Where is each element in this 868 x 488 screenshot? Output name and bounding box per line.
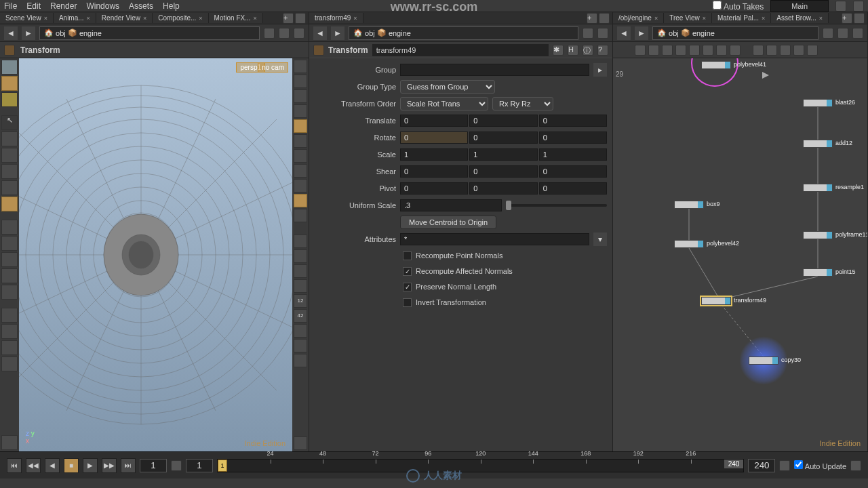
attributes-field[interactable] <box>400 233 589 245</box>
tool-brush3[interactable] <box>1 340 18 355</box>
mid-path[interactable]: 🏠 obj 📦 engine <box>349 26 578 40</box>
play-last[interactable]: ⏭ <box>121 458 136 473</box>
check-recompute-pt[interactable]: Recompute Point Normals <box>315 249 607 262</box>
display-opts-icon[interactable] <box>294 28 304 39</box>
frame-icon[interactable] <box>171 460 182 471</box>
node-copy30[interactable] <box>749 357 778 365</box>
tb7[interactable] <box>716 45 727 56</box>
tool-xform[interactable] <box>1 197 18 211</box>
shz[interactable] <box>539 165 607 178</box>
right-pin[interactable] <box>823 28 833 39</box>
node-point15[interactable] <box>803 268 833 277</box>
node-resample1[interactable] <box>803 184 833 192</box>
tool-magnet[interactable] <box>1 285 18 300</box>
tool-box[interactable] <box>1 76 18 91</box>
node-name-field[interactable] <box>372 44 549 56</box>
right-tab-plus[interactable]: + <box>842 13 852 24</box>
play-first[interactable]: ⏮ <box>7 458 22 473</box>
tool-arrow[interactable]: ↖ <box>1 115 18 130</box>
group-field[interactable] <box>400 64 589 76</box>
auto-takes-check[interactable]: Auto Takes <box>713 1 764 12</box>
right-tab-tree[interactable]: Tree View× <box>664 13 712 23</box>
playhead[interactable]: 1 <box>218 460 227 472</box>
tool-pose[interactable] <box>1 180 18 195</box>
menu-assets[interactable]: Assets <box>129 1 153 11</box>
play-next[interactable]: ▶▶ <box>102 458 117 473</box>
disp-sel2[interactable] <box>294 119 307 133</box>
right-back[interactable]: ◄ <box>617 26 631 40</box>
check-preserve-len[interactable]: ✓Preserve Normal Length <box>315 280 607 293</box>
auto-update-check[interactable]: Auto Update <box>794 460 846 470</box>
tool-num2[interactable]: 42 <box>294 309 307 323</box>
play-stop[interactable]: ■ <box>64 458 79 473</box>
mid-tab-plus[interactable]: + <box>587 13 597 24</box>
tool-brush1[interactable] <box>1 308 18 323</box>
mid-tab[interactable]: transform49× <box>309 13 363 23</box>
tab-composite[interactable]: Composite...× <box>153 13 208 23</box>
tab-plus-icon[interactable]: + <box>283 13 294 24</box>
node-polybevel41[interactable] <box>701 61 731 69</box>
play-back[interactable]: ◀ <box>45 458 60 473</box>
tool-shape1[interactable] <box>294 324 307 338</box>
tb10[interactable] <box>766 45 777 56</box>
node-blast26[interactable] <box>803 99 833 107</box>
disp-shade[interactable] <box>294 209 307 222</box>
attr-menu-icon[interactable]: ▾ <box>593 232 607 246</box>
left-path[interactable]: 🏠 obj 📦 engine <box>39 26 260 40</box>
shy[interactable] <box>469 165 537 178</box>
menu-edit[interactable]: Edit <box>26 1 41 11</box>
node-polybevel42[interactable] <box>674 240 704 248</box>
node-transform49[interactable] <box>701 297 731 305</box>
order-select2[interactable]: Rx Ry Rz <box>492 97 553 110</box>
py[interactable] <box>469 182 537 195</box>
tab-render-view[interactable]: Render View× <box>96 13 153 23</box>
tool-select[interactable] <box>1 60 18 75</box>
shx[interactable] <box>400 165 468 178</box>
check-invert[interactable]: Invert Transformation <box>315 296 607 309</box>
help-icon2[interactable]: ? <box>597 45 608 56</box>
disp-geo1[interactable] <box>294 164 307 178</box>
right-tab-menu[interactable] <box>854 13 865 24</box>
frame-start[interactable] <box>186 459 213 472</box>
mid-eye[interactable] <box>597 28 608 39</box>
tb6[interactable] <box>703 45 713 56</box>
disp-ghost[interactable] <box>294 89 307 103</box>
ty[interactable] <box>469 115 537 127</box>
tb8[interactable] <box>730 45 741 56</box>
mid-pin[interactable] <box>583 28 593 39</box>
menu-help[interactable]: Help <box>163 1 180 11</box>
tool-snap3[interactable] <box>1 252 18 267</box>
node-polyframe11[interactable] <box>803 231 833 239</box>
tool-brush4[interactable] <box>1 357 18 371</box>
tool-circle[interactable] <box>294 264 307 278</box>
h-icon[interactable]: H <box>568 45 578 56</box>
sz[interactable] <box>539 148 607 161</box>
disp-bulb[interactable] <box>294 149 307 163</box>
menu-windows[interactable]: Windows <box>86 1 119 11</box>
px[interactable] <box>400 182 468 195</box>
move-centroid-button[interactable]: Move Centroid to Origin <box>400 216 496 229</box>
time-track[interactable]: 1 24487296120144168192216 240 <box>217 459 744 472</box>
tool-snap4[interactable] <box>1 268 18 283</box>
tb3[interactable] <box>662 45 673 56</box>
tool-line[interactable] <box>294 235 307 248</box>
disp-bg[interactable] <box>294 179 307 192</box>
rx[interactable] <box>400 131 468 144</box>
nav-back-icon[interactable]: ◄ <box>4 26 18 40</box>
info-icon[interactable]: ⓘ <box>583 45 593 56</box>
order-select1[interactable]: Scale Rot Trans <box>400 97 488 110</box>
tool-brush2[interactable] <box>1 324 18 339</box>
tab-motionfx[interactable]: Motion FX...× <box>209 13 263 23</box>
tool-move[interactable] <box>1 131 18 146</box>
xform-handle-icon[interactable] <box>4 45 15 56</box>
right-gear[interactable] <box>852 28 863 39</box>
node-box9[interactable] <box>674 201 704 209</box>
tool-curve[interactable] <box>294 249 307 263</box>
tb2[interactable] <box>648 45 659 56</box>
add-icon[interactable] <box>835 1 846 12</box>
tool-snap2[interactable] <box>1 236 18 251</box>
tb13[interactable] <box>807 45 818 56</box>
play-prev[interactable]: ◀◀ <box>26 458 41 473</box>
tb1[interactable] <box>635 45 646 56</box>
tool-lasso[interactable] <box>1 92 18 107</box>
